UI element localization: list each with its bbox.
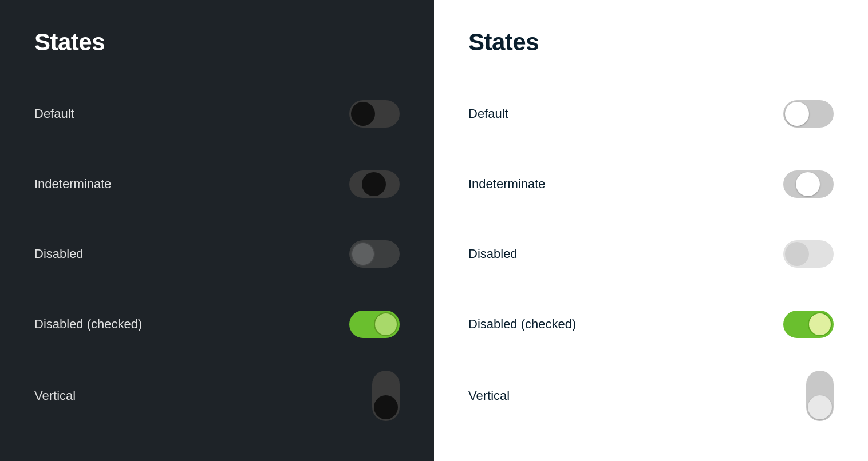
dark-panel: States Default Indeterminate Disabled Di… bbox=[0, 0, 434, 461]
dark-indeterminate-label: Indeterminate bbox=[34, 177, 112, 192]
light-vertical-toggle-wrapper bbox=[753, 371, 834, 421]
dark-panel-title: States bbox=[34, 29, 400, 56]
dark-indeterminate-row: Indeterminate bbox=[34, 149, 400, 220]
light-disabled-checked-toggle bbox=[783, 311, 834, 338]
dark-indeterminate-toggle-wrapper bbox=[319, 170, 400, 198]
light-default-toggle[interactable] bbox=[783, 100, 834, 128]
dark-default-thumb bbox=[351, 102, 375, 126]
light-disabled-checked-toggle-wrapper bbox=[753, 311, 834, 338]
dark-indeterminate-toggle[interactable] bbox=[349, 170, 400, 198]
dark-disabled-checked-toggle bbox=[349, 311, 400, 338]
light-disabled-toggle bbox=[783, 240, 834, 268]
dark-vertical-thumb bbox=[374, 395, 398, 419]
light-default-label: Default bbox=[468, 106, 508, 121]
dark-default-toggle[interactable] bbox=[349, 100, 400, 128]
light-indeterminate-label: Indeterminate bbox=[468, 177, 546, 192]
dark-disabled-row: Disabled bbox=[34, 219, 400, 289]
dark-indeterminate-thumb bbox=[362, 172, 386, 196]
light-indeterminate-row: Indeterminate bbox=[468, 149, 834, 220]
dark-disabled-checked-thumb bbox=[374, 312, 398, 336]
light-vertical-toggle[interactable] bbox=[806, 371, 834, 421]
dark-vertical-row: Vertical bbox=[34, 359, 400, 432]
dark-default-toggle-wrapper bbox=[319, 100, 400, 128]
dark-disabled-label: Disabled bbox=[34, 247, 84, 261]
dark-disabled-toggle bbox=[349, 240, 400, 268]
dark-disabled-toggle-wrapper bbox=[319, 240, 400, 268]
light-disabled-checked-thumb bbox=[808, 312, 832, 336]
light-indeterminate-thumb bbox=[796, 172, 820, 196]
dark-vertical-toggle[interactable] bbox=[372, 371, 400, 421]
light-disabled-thumb bbox=[785, 242, 809, 266]
light-default-row: Default bbox=[468, 79, 834, 149]
light-indeterminate-toggle[interactable] bbox=[783, 170, 834, 198]
dark-disabled-checked-toggle-wrapper bbox=[319, 311, 400, 338]
dark-default-label: Default bbox=[34, 106, 74, 121]
light-disabled-row: Disabled bbox=[468, 219, 834, 289]
dark-default-row: Default bbox=[34, 79, 400, 149]
light-panel: States Default Indeterminate Disabled Di… bbox=[434, 0, 868, 461]
dark-vertical-label: Vertical bbox=[34, 388, 76, 403]
light-disabled-checked-label: Disabled (checked) bbox=[468, 317, 576, 332]
light-default-thumb bbox=[785, 102, 809, 126]
light-vertical-thumb bbox=[808, 395, 832, 419]
light-default-toggle-wrapper bbox=[753, 100, 834, 128]
dark-disabled-checked-row: Disabled (checked) bbox=[34, 289, 400, 360]
light-disabled-label: Disabled bbox=[468, 247, 518, 261]
light-vertical-row: Vertical bbox=[468, 359, 834, 432]
dark-vertical-toggle-wrapper bbox=[319, 371, 400, 421]
light-indeterminate-toggle-wrapper bbox=[753, 170, 834, 198]
light-disabled-checked-row: Disabled (checked) bbox=[468, 289, 834, 360]
dark-disabled-checked-label: Disabled (checked) bbox=[34, 317, 142, 332]
dark-disabled-thumb bbox=[351, 242, 375, 266]
light-disabled-toggle-wrapper bbox=[753, 240, 834, 268]
light-panel-title: States bbox=[468, 29, 834, 56]
light-vertical-label: Vertical bbox=[468, 388, 510, 403]
